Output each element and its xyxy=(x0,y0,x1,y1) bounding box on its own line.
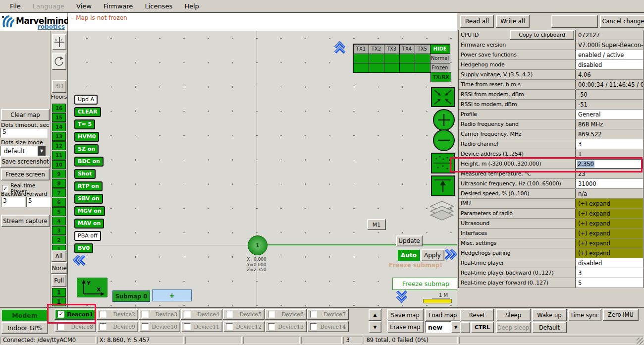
tx-cell[interactable] xyxy=(369,54,384,63)
device-cell-device5[interactable]: Device5 xyxy=(223,309,265,320)
save-map-button[interactable]: Save map xyxy=(387,309,424,321)
dropdown-arrow-icon[interactable]: ▼ xyxy=(38,146,46,156)
floors-all-button[interactable]: All xyxy=(52,250,66,262)
floor-button-5[interactable]: 5 xyxy=(52,207,66,216)
ctrl-button[interactable]: CTRL xyxy=(471,322,494,333)
beacon-marker[interactable]: 1 xyxy=(248,235,268,255)
floor-button-15[interactable]: 15 xyxy=(52,113,66,122)
device-checkbox[interactable] xyxy=(142,323,149,330)
menu-language[interactable]: Language xyxy=(27,1,70,11)
hide-button[interactable]: HIDE xyxy=(430,44,450,54)
zero-imu-button[interactable]: Zero IMU xyxy=(603,309,639,321)
param-value[interactable]: 3 xyxy=(576,139,643,149)
floor-button-11[interactable]: 11 xyxy=(52,151,66,160)
zoom-out-icon[interactable] xyxy=(433,129,455,151)
copy-to-clipboard-button[interactable]: Copy to clipboard xyxy=(510,30,574,40)
map-button-mav-on[interactable]: MAV on xyxy=(74,219,104,229)
floor-button-13[interactable]: 13 xyxy=(52,132,66,141)
device-checkbox[interactable] xyxy=(226,323,233,330)
normal-button[interactable]: Normal xyxy=(430,54,450,63)
map-button-sbv-on[interactable]: SBV on xyxy=(74,194,103,204)
device-cell-device13[interactable]: Device13 xyxy=(265,321,307,332)
device-cell-beacon1[interactable]: ✓Beacon1 xyxy=(54,309,96,320)
device-cell-device4[interactable]: Device4 xyxy=(181,309,222,320)
device-checkbox[interactable] xyxy=(100,311,107,318)
rotate-view-button[interactable] xyxy=(52,53,66,70)
floors-none-button[interactable]: None xyxy=(51,262,67,274)
deep-sleep-button[interactable]: Deep sleep xyxy=(496,322,531,333)
update-button[interactable]: Update xyxy=(396,235,423,246)
tx-cell[interactable] xyxy=(415,63,430,73)
device-checkbox[interactable] xyxy=(184,311,191,318)
map-button-mgv-on[interactable]: MGV on xyxy=(74,206,105,216)
device-cell-device10[interactable]: Device10 xyxy=(139,321,180,332)
floor-extra-button-1[interactable]: 1 xyxy=(52,297,66,306)
param-value[interactable]: (+) expand xyxy=(576,248,643,258)
param-value[interactable]: (+) expand xyxy=(576,209,643,218)
map-button-pba-off[interactable]: PBA off xyxy=(74,231,101,241)
device-cell-device8[interactable]: Device8 xyxy=(54,321,96,332)
device-checkbox[interactable] xyxy=(268,323,275,330)
menu-firmware[interactable]: Firmware xyxy=(98,1,139,11)
param-value[interactable]: (+) expand xyxy=(576,219,643,228)
resize-grip[interactable] xyxy=(637,338,644,345)
floor-button-3[interactable]: 3 xyxy=(52,226,66,235)
dots-size-select[interactable]: default ▼ xyxy=(0,146,46,156)
param-value[interactable]: (+) expand xyxy=(576,229,643,238)
floor-button-6[interactable]: 6 xyxy=(52,198,66,207)
freeze-submap-button[interactable]: Freeze submap xyxy=(392,278,457,290)
stream-capture-button[interactable]: Stream capture xyxy=(1,215,50,227)
param-value[interactable]: disabled xyxy=(576,60,643,69)
read-all-button[interactable]: Read all xyxy=(460,15,494,28)
double-chevron-left-icon[interactable] xyxy=(72,254,86,267)
device-cell-device6[interactable]: Device6 xyxy=(265,309,307,320)
apply-button[interactable]: Apply xyxy=(421,249,444,261)
map-area[interactable]: Upd ACLEART= 5HVM0SZ onBDC onShotRTP onS… xyxy=(68,31,457,307)
map-button-rtp-on[interactable]: RTP on xyxy=(74,181,103,191)
floor-button-9[interactable]: 9 xyxy=(52,170,66,178)
device-checkbox[interactable] xyxy=(310,311,317,318)
forward-input[interactable]: 5 xyxy=(26,197,51,207)
map-button-shot[interactable]: Shot xyxy=(74,169,96,179)
cancel-changes-button[interactable]: Cancel changes xyxy=(600,15,644,28)
arrow-up-view-icon[interactable] xyxy=(431,175,455,196)
device-checkbox[interactable] xyxy=(268,311,275,318)
param-value[interactable]: 2.350 xyxy=(576,159,643,169)
device-cell-device14[interactable]: Device14 xyxy=(307,321,349,332)
floor-button-2[interactable]: 2 xyxy=(52,235,66,244)
map-button-hvm0[interactable]: HVM0 xyxy=(74,132,99,142)
device-cell-device11[interactable]: Device11 xyxy=(181,321,222,332)
tx-cell[interactable] xyxy=(353,54,369,63)
double-chevron-right-icon[interactable] xyxy=(444,248,457,261)
map-select[interactable]: new xyxy=(425,321,454,333)
freeze-screen-button[interactable]: Freeze screen xyxy=(1,169,50,180)
param-value[interactable]: 3 xyxy=(576,268,643,278)
device-checkbox[interactable]: ✓ xyxy=(57,311,64,318)
save-screenshot-button[interactable]: Save screenshot xyxy=(0,156,51,168)
wake-up-button[interactable]: Wake up xyxy=(532,309,567,321)
dots-timeout-input[interactable]: 5 xyxy=(0,128,48,138)
device-cell-device9[interactable]: Device9 xyxy=(97,321,138,332)
param-value[interactable]: (+) expand xyxy=(576,199,643,208)
param-value[interactable]: disabled xyxy=(576,258,643,268)
time-sync-button[interactable]: Time sync xyxy=(568,309,601,321)
map-button-t-5[interactable]: T= 5 xyxy=(74,119,95,129)
tx-cell[interactable] xyxy=(384,54,400,63)
map-button-bv0[interactable]: BV0 xyxy=(74,243,93,253)
menu-licenses[interactable]: Licenses xyxy=(139,1,178,11)
floor-button-10[interactable]: 10 xyxy=(52,160,66,169)
floor-button-4[interactable]: 4 xyxy=(52,217,66,226)
modem-button[interactable]: Modem xyxy=(1,309,48,321)
floors-full-button[interactable]: Full xyxy=(52,274,66,287)
floor-button-14[interactable]: 14 xyxy=(52,122,66,131)
device-cell-device2[interactable]: Device2 xyxy=(97,309,138,320)
indoor-gps-button[interactable]: Indoor GPS xyxy=(1,322,48,334)
map-select-arrow-icon[interactable]: ▼ xyxy=(451,321,461,333)
floor-button-8[interactable]: 8 xyxy=(52,179,66,188)
menu-file[interactable]: File xyxy=(4,1,27,11)
double-chevron-down-icon[interactable] xyxy=(395,290,409,303)
device-checkbox[interactable] xyxy=(100,323,107,330)
add-submap-button[interactable]: + xyxy=(152,289,192,301)
map-button-upd-a[interactable]: Upd A xyxy=(74,95,98,105)
tx-cell[interactable] xyxy=(384,63,400,73)
